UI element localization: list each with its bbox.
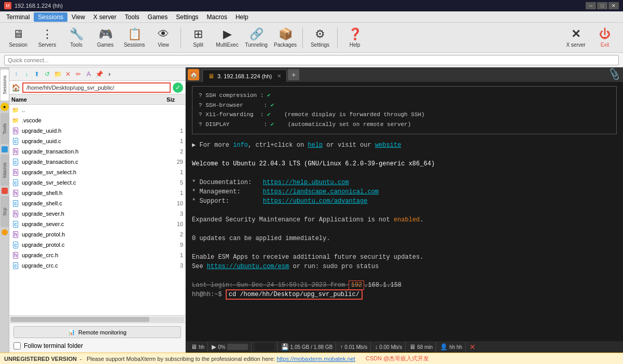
file-more-btn[interactable]: › xyxy=(105,69,114,79)
tab-close-button[interactable]: ✕ xyxy=(277,73,281,79)
status-cpu: ▶ 0% xyxy=(209,342,251,352)
toolbar-sessions[interactable]: 📋 Sessions xyxy=(120,25,148,51)
list-item[interactable]: c upgrade_uuid.c 1 xyxy=(9,136,185,146)
menu-macros[interactable]: Macros xyxy=(203,12,231,22)
terminal-status-bar: 🖥 hh ▶ 0% 💾 1.05 GB / 1.88 GB xyxy=(186,341,623,353)
toolbar-help[interactable]: ❓ Help xyxy=(341,25,369,51)
follow-folder-checkbox[interactable] xyxy=(13,342,21,349)
status-time-label: 68 min xyxy=(417,344,433,350)
terminal-content[interactable]: ? SSH compression : ✔ ? SSH-browser : ✔ … xyxy=(186,82,623,341)
menu-sessions[interactable]: Sessions xyxy=(34,12,67,22)
terminal-home-icon[interactable]: 🏠 xyxy=(188,69,199,80)
unreg-suffix: CSDN @杰哥嵌入式开发 xyxy=(366,355,429,362)
toolbar-tunneling[interactable]: 🔗 Tunneling xyxy=(242,25,270,51)
toolbar-tools[interactable]: 🔧 Tools xyxy=(62,25,90,51)
file-rename-btn[interactable]: ✏ xyxy=(74,69,83,79)
left-panel-bottom: 📊 Remote monitoring Follow terminal fold… xyxy=(9,323,185,353)
status-close-icon[interactable]: ✕ xyxy=(469,343,476,351)
menu-games[interactable]: Games xyxy=(144,12,172,22)
sidebar-icon-tools[interactable] xyxy=(2,146,8,152)
home-icon[interactable]: 🏠 xyxy=(11,83,20,92)
sidebar-icon-scp[interactable] xyxy=(2,229,8,235)
toolbar-session[interactable]: 🖥 Session xyxy=(4,25,32,51)
terminal-tab-1[interactable]: 🖥 3. 192.168.1.224 (hh) ✕ xyxy=(202,69,287,82)
status-cpu-label: 0% xyxy=(218,344,225,350)
file-refresh-btn[interactable]: ↺ xyxy=(43,69,52,79)
file-toolbar: ↑ ↓ ⬆ ↺ 📁 ✕ ✏ A 📌 › xyxy=(9,67,185,81)
list-item[interactable]: c upgrade_transaction.c 29 xyxy=(9,157,185,167)
monitor-icon: 📊 xyxy=(68,329,75,335)
menu-bar: Terminal Sessions View X server Tools Ga… xyxy=(0,11,623,23)
sidebar-icon-macros[interactable] xyxy=(2,188,8,194)
menu-xserver[interactable]: X server xyxy=(89,12,121,22)
file-folder-btn[interactable]: 📁 xyxy=(53,69,62,79)
menu-settings[interactable]: Settings xyxy=(172,12,202,22)
path-go-button[interactable]: ✓ xyxy=(173,82,183,93)
path-bar: 🏠 ✓ xyxy=(9,81,185,94)
quick-connect-input[interactable] xyxy=(4,55,619,65)
list-item[interactable]: 📁 .vscode xyxy=(9,115,185,125)
list-item[interactable]: c upgrade_sever.c 10 xyxy=(9,219,185,229)
file-up-btn[interactable]: ⬆ xyxy=(32,69,41,79)
unreg-text: UNREGISTERED VERSION xyxy=(4,356,77,362)
toolbar-settings[interactable]: ⚙ Settings xyxy=(306,25,334,51)
menu-terminal[interactable]: Terminal xyxy=(2,12,34,22)
menu-help[interactable]: Help xyxy=(231,12,253,22)
list-item[interactable]: h upgrade_transaction.h 2 xyxy=(9,146,185,157)
file-text-btn[interactable]: A xyxy=(84,69,93,79)
list-item[interactable]: c upgrade_svr_select.c 5 xyxy=(9,177,185,188)
toolbar-servers[interactable]: ⋮ Servers xyxy=(33,25,61,51)
list-item[interactable]: c upgrade_protol.c 9 xyxy=(9,240,185,250)
sidebar-tab-scp[interactable]: Scp xyxy=(1,196,9,227)
sidebar-tab-tools[interactable]: Tools xyxy=(1,113,9,144)
toolbar-split[interactable]: ⊞ Split xyxy=(184,25,212,51)
list-item[interactable]: c upgrade_crc.c 3 xyxy=(9,260,185,271)
list-item[interactable]: c upgrade_shell.c 10 xyxy=(9,198,185,208)
toolbar-multiexec[interactable]: ▶ MultiExec xyxy=(213,25,241,51)
sidebar-tab-macros[interactable]: Macros xyxy=(1,155,9,186)
unreg-link[interactable]: https://mobaxterm.mobatek.net xyxy=(276,356,355,362)
welcome-line: Welcome to Ubuntu 22.04.3 LTS (GNU/Linux… xyxy=(192,159,617,169)
window-title: 192.168.1.224 (hh) xyxy=(15,3,63,9)
status-host: 🖥 hh xyxy=(188,342,208,352)
toolbar-exit[interactable]: ⏻ Exit xyxy=(591,25,619,51)
toolbar-games[interactable]: 🎮 Games xyxy=(91,25,119,51)
list-item[interactable]: h upgrade_crc.h 1 xyxy=(9,250,185,260)
toolbar-xserver[interactable]: ✕ X server xyxy=(562,25,590,51)
file-delete-btn[interactable]: ✕ xyxy=(63,69,73,79)
c-file-icon: c xyxy=(11,220,20,228)
list-item[interactable]: h upgrade_shell.h 1 xyxy=(9,188,185,198)
path-input[interactable] xyxy=(22,82,171,93)
ssh-line-2: ? SSH-browser : ✔ xyxy=(199,101,610,110)
status-download: ↓ 0.00 Mb/s xyxy=(371,342,406,352)
toolbar-view[interactable]: 👁 View xyxy=(149,25,177,51)
file-download-btn[interactable]: ↓ xyxy=(22,69,31,79)
file-list[interactable]: Name Siz 📁 .. 📁 .vscode h upgrade_uuid.h xyxy=(9,94,185,315)
file-bookmark-btn[interactable]: 📌 xyxy=(94,69,104,79)
list-item[interactable]: h upgrade_svr_select.h 1 xyxy=(9,167,185,177)
menu-view[interactable]: View xyxy=(67,12,89,22)
horizontal-scrollbar[interactable] xyxy=(9,315,185,323)
star-icon[interactable]: ★ xyxy=(1,103,9,111)
maximize-button[interactable]: □ xyxy=(597,2,607,9)
status-close[interactable]: ✕ xyxy=(466,342,479,352)
status-memory-label: 1.05 GB / 1.88 GB xyxy=(290,344,333,350)
window-controls[interactable]: ─ □ ✕ xyxy=(586,2,619,9)
list-item[interactable]: h upgrade_sever.h 3 xyxy=(9,208,185,219)
file-upload-btn[interactable]: ↑ xyxy=(11,69,21,79)
list-item[interactable]: h upgrade_uuid.h 1 xyxy=(9,125,185,136)
toolbar-packages[interactable]: 📦 Packages xyxy=(271,25,299,51)
minimize-button[interactable]: ─ xyxy=(586,2,596,9)
status-black-bar xyxy=(255,343,274,351)
remote-monitoring-button[interactable]: 📊 Remote monitoring xyxy=(13,326,181,338)
status-time: 🖥 68 min xyxy=(406,342,436,352)
sidebar-tab-sessions[interactable]: Sessions xyxy=(1,69,9,101)
list-item[interactable]: 📁 .. xyxy=(9,105,185,115)
file-list-header: Name Siz xyxy=(9,94,185,105)
list-item[interactable]: h upgrade_protol.h 2 xyxy=(9,229,185,240)
terminal-command: cd /home/hh/Desktop/upg_svr_public/ xyxy=(226,289,363,300)
add-tab-button[interactable]: + xyxy=(288,69,299,80)
menu-tools[interactable]: Tools xyxy=(121,12,144,22)
close-button[interactable]: ✕ xyxy=(608,2,619,9)
h-file-icon: h xyxy=(11,147,20,156)
